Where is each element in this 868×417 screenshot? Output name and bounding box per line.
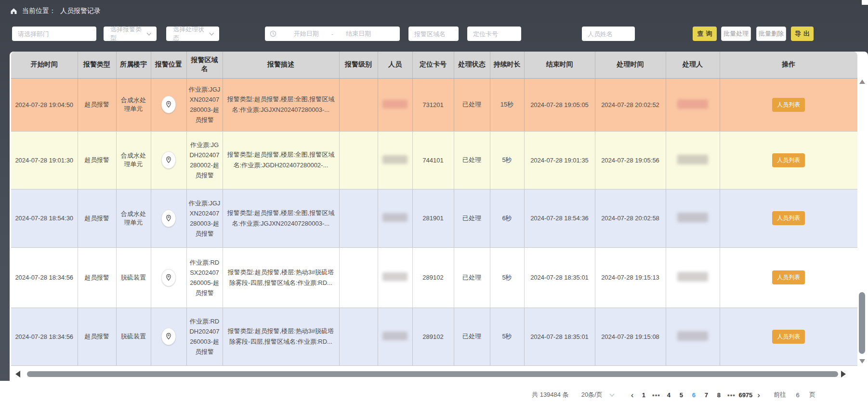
cell-duration: 5秒 (490, 131, 524, 189)
cell-description: 报警类型:超员报警,楼层:全图,报警区域名:作业票:JGJXN202407280… (223, 189, 339, 247)
department-input[interactable] (12, 27, 96, 41)
table-row[interactable]: 2024-07-28 18:34:56 超员报警 脱硫装置 作业票:RDSX20… (11, 247, 857, 308)
page-button-5[interactable]: 5 (675, 391, 687, 399)
cell-handler (666, 247, 720, 308)
location-pin-icon[interactable] (161, 96, 176, 113)
col-area-name: 报警区域名 (186, 52, 223, 78)
cell-card-no: 731201 (412, 78, 454, 131)
page-ellipsis-right[interactable]: ••• (725, 391, 737, 399)
cell-handler (666, 131, 720, 189)
col-duration: 持续时长 (490, 52, 524, 78)
person-name-input[interactable] (582, 27, 635, 41)
page-button-6-active[interactable]: 6 (687, 391, 700, 399)
page-size-select[interactable]: 20条/页 (581, 390, 615, 399)
cell-person (378, 131, 412, 189)
cell-actions: 人员列表 (720, 78, 857, 131)
horizontal-scroll-thumb[interactable] (27, 371, 838, 377)
cell-area-name: 作业票:RDSX202407260005-超员报警 (186, 247, 223, 308)
cell-person (378, 247, 412, 308)
prev-page-button[interactable]: ‹ (627, 391, 638, 399)
location-pin-icon[interactable] (161, 210, 176, 227)
col-status: 处理状态 (454, 52, 490, 78)
scroll-right-icon[interactable] (841, 371, 846, 377)
cell-person (378, 308, 412, 365)
page-button-8[interactable]: 8 (712, 391, 725, 399)
page-button-7[interactable]: 7 (700, 391, 712, 399)
horizontal-scrollbar[interactable] (10, 370, 868, 378)
cell-end-time: 2024-07-28 18:35:01 (524, 247, 595, 308)
cell-description: 报警类型:超员报警,楼层:热动3#脱硫塔除雾段-四层,报警区域名:作业票:RD.… (223, 247, 339, 308)
cell-duration: 5秒 (490, 308, 524, 365)
card-no-input[interactable] (467, 27, 521, 41)
person-list-button[interactable]: 人员列表 (772, 153, 805, 167)
next-page-button[interactable]: › (753, 391, 764, 399)
date-range-picker[interactable]: 开始日期 - 结束日期 (265, 27, 400, 41)
cell-building: 合成水处理单元 (116, 78, 151, 131)
handle-status-select[interactable]: 选择处理状态 (166, 27, 219, 41)
batch-delete-button[interactable]: 批量删除 (756, 27, 786, 41)
page-title: 人员报警记录 (60, 7, 101, 15)
goto-page-input[interactable]: 6 (792, 391, 803, 399)
col-alarm-type: 报警类型 (78, 52, 116, 78)
cell-card-no: 281901 (412, 189, 454, 247)
cell-handler (666, 78, 720, 131)
cell-actions: 人员列表 (720, 131, 857, 189)
location-pin-icon[interactable] (161, 269, 176, 286)
cell-start-time: 2024-07-28 18:34:56 (11, 247, 78, 308)
cell-end-time: 2024-07-28 18:54:36 (524, 189, 595, 247)
scroll-left-icon[interactable] (15, 371, 20, 377)
cell-start-time: 2024-07-28 18:34:56 (11, 308, 78, 365)
table-row[interactable]: 2024-07-28 19:01:30 超员报警 合成水处理单元 作业票:JGD… (11, 131, 857, 189)
cell-alarm-type: 超员报警 (78, 78, 116, 131)
cell-status: 已处理 (454, 131, 490, 189)
location-pin-icon[interactable] (161, 328, 176, 345)
page-button-4[interactable]: 4 (662, 391, 675, 399)
redacted-person-name (382, 332, 408, 340)
export-button[interactable]: 导出 (791, 27, 814, 41)
page-button-1[interactable]: 1 (637, 391, 650, 399)
redacted-handler-name (677, 272, 708, 282)
cell-end-time: 2024-07-28 18:35:01 (524, 308, 595, 365)
cell-status: 已处理 (454, 308, 490, 365)
cell-handler (666, 189, 720, 247)
scroll-up-icon[interactable] (859, 80, 865, 84)
cell-status: 已处理 (454, 247, 490, 308)
person-list-button[interactable]: 人员列表 (772, 270, 805, 284)
vertical-scroll-thumb[interactable] (859, 292, 865, 354)
goto-label: 前往 (774, 390, 786, 399)
cell-card-no: 744101 (412, 131, 454, 189)
chevron-down-icon (609, 393, 615, 397)
person-list-button[interactable]: 人员列表 (772, 98, 805, 112)
col-handler: 处理人 (666, 52, 720, 78)
cell-location (151, 131, 186, 189)
table-row[interactable]: 2024-07-28 19:04:50 超员报警 合成水处理单元 作业票:JGJ… (11, 78, 857, 131)
cell-area-name: 作业票:JGJXN202407280003-超员报警 (186, 78, 223, 131)
table-header-row: 开始时间 报警类型 所属楼宇 报警位置 报警区域名 报警描述 报警级别 人员 定… (11, 52, 857, 78)
vertical-scrollbar[interactable] (858, 80, 866, 363)
person-list-button[interactable]: 人员列表 (772, 211, 805, 225)
alarm-type-select[interactable]: 选择报警类型 (104, 27, 157, 41)
cell-status: 已处理 (454, 189, 490, 247)
person-list-button[interactable]: 人员列表 (772, 330, 805, 344)
cell-building: 合成水处理单元 (116, 131, 151, 189)
query-button[interactable]: 查询 (693, 27, 717, 41)
area-name-input[interactable] (408, 27, 459, 41)
col-card-no: 定位卡号 (412, 52, 454, 78)
breadcrumb-label: 当前位置： (22, 7, 56, 15)
table-row[interactable]: 2024-07-28 18:54:30 超员报警 合成水处理单元 作业票:JGJ… (11, 189, 857, 247)
redacted-person-name (382, 213, 408, 222)
cell-description: 报警类型:超员报警,楼层:全图,报警区域名:作业票:JGJXN202407280… (223, 78, 339, 131)
cell-alarm-type: 超员报警 (78, 247, 116, 308)
batch-process-button[interactable]: 批量处理 (721, 27, 751, 41)
scroll-down-icon[interactable] (859, 359, 865, 363)
table-row[interactable]: 2024-07-28 18:34:56 超员报警 脱硫装置 作业票:RDDH20… (11, 308, 857, 365)
page-ellipsis-left[interactable]: ••• (650, 391, 662, 399)
chevron-down-icon (209, 32, 214, 36)
page-button-6975[interactable]: 6975 (737, 391, 753, 399)
cell-end-time: 2024-07-28 19:05:05 (524, 78, 595, 131)
clock-icon (270, 30, 276, 37)
home-icon[interactable] (10, 7, 18, 15)
location-pin-icon[interactable] (161, 151, 176, 169)
cell-duration: 15秒 (490, 78, 524, 131)
cell-location (151, 78, 186, 131)
